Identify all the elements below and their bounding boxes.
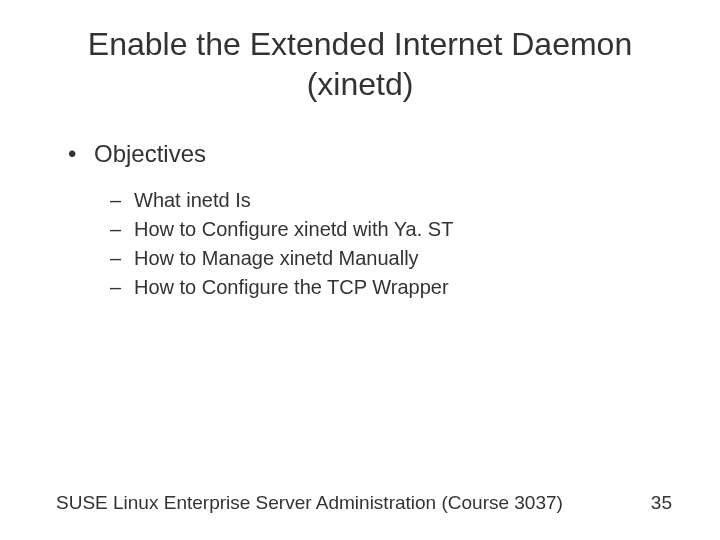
title-line-2: (xinetd) — [307, 66, 414, 102]
dash-marker: – — [110, 273, 134, 302]
list-item: –How to Configure the TCP Wrapper — [110, 273, 672, 302]
dash-marker: – — [110, 186, 134, 215]
dash-marker: – — [110, 244, 134, 273]
section-heading: •Objectives — [68, 140, 672, 168]
title-line-1: Enable the Extended Internet Daemon — [88, 26, 632, 62]
footer-course: SUSE Linux Enterprise Server Administrat… — [56, 492, 563, 514]
footer-page-number: 35 — [651, 492, 672, 514]
slide-title: Enable the Extended Internet Daemon (xin… — [48, 24, 672, 104]
objective-text: What inetd Is — [134, 189, 251, 211]
dash-marker: – — [110, 215, 134, 244]
slide-footer: SUSE Linux Enterprise Server Administrat… — [0, 492, 720, 514]
objective-text: How to Manage xinetd Manually — [134, 247, 419, 269]
list-item: –How to Manage xinetd Manually — [110, 244, 672, 273]
bullet-marker: • — [68, 140, 94, 168]
section-label: Objectives — [94, 140, 206, 167]
objective-text: How to Configure xinetd with Ya. ST — [134, 218, 453, 240]
list-item: –How to Configure xinetd with Ya. ST — [110, 215, 672, 244]
list-item: –What inetd Is — [110, 186, 672, 215]
slide: Enable the Extended Internet Daemon (xin… — [0, 0, 720, 540]
objective-text: How to Configure the TCP Wrapper — [134, 276, 449, 298]
